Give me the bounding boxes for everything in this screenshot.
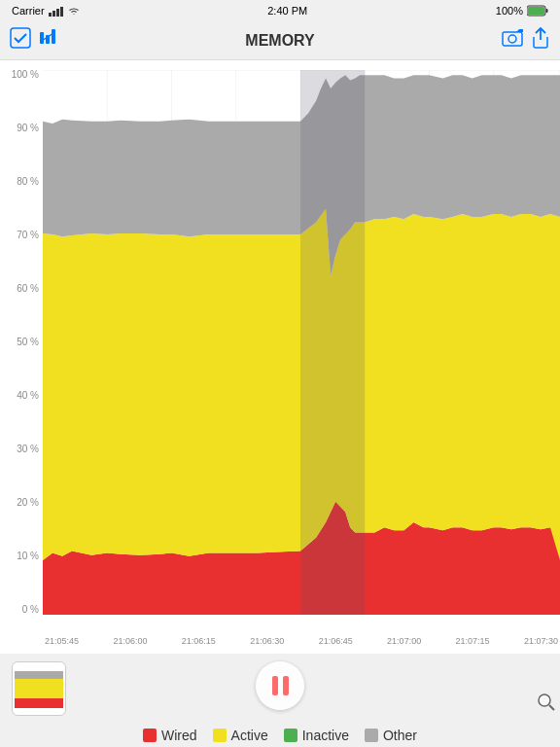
status-left: Carrier (12, 5, 80, 17)
svg-rect-39 (15, 671, 63, 679)
wired-color-dot (143, 729, 157, 742)
svg-rect-10 (52, 29, 55, 44)
x-label-4: 21:06:45 (319, 636, 353, 646)
pause-button[interactable] (256, 661, 304, 710)
svg-rect-8 (40, 32, 44, 44)
y-label-40: 40 % (17, 391, 39, 401)
x-label-2: 21:06:15 (182, 636, 216, 646)
svg-rect-1 (52, 11, 55, 17)
x-label-0: 21:05:45 (45, 636, 79, 646)
y-label-0: 0 % (22, 605, 39, 615)
y-label-90: 90 % (17, 124, 39, 133)
pause-bar-left (272, 676, 278, 695)
svg-rect-7 (11, 28, 30, 48)
y-axis: 100 % 90 % 80 % 70 % 60 % 50 % 40 % 30 %… (0, 70, 43, 615)
svg-marker-12 (516, 29, 523, 32)
inactive-label: Inactive (302, 728, 349, 743)
y-label-30: 30 % (17, 445, 39, 454)
status-time: 2:40 PM (267, 5, 307, 17)
x-label-3: 21:06:30 (250, 636, 284, 646)
status-right: 100% (496, 5, 548, 17)
y-label-20: 20 % (17, 498, 39, 508)
carrier-label: Carrier (12, 5, 45, 17)
toolbar-left (10, 27, 60, 53)
svg-rect-2 (56, 9, 59, 17)
svg-point-13 (508, 35, 516, 43)
signal-icon (49, 6, 64, 17)
x-axis: 21:05:45 21:06:00 21:06:15 21:06:30 21:0… (43, 636, 560, 646)
toolbar-right (502, 27, 550, 53)
active-color-dot (213, 729, 227, 742)
svg-rect-0 (49, 13, 52, 17)
camera-icon[interactable] (502, 27, 523, 53)
svg-rect-11 (503, 32, 522, 46)
y-label-50: 50 % (17, 338, 39, 347)
active-label: Active (231, 728, 268, 743)
legend-item-other: Other (365, 728, 417, 743)
legend-item-active: Active (213, 728, 268, 743)
x-label-5: 21:07:00 (387, 636, 421, 646)
graph-icon[interactable] (39, 27, 60, 53)
battery-label: 100% (496, 5, 523, 17)
chart-container: 100 % 90 % 80 % 70 % 60 % 50 % 40 % 30 %… (0, 60, 560, 654)
page-title: MEMORY (245, 32, 314, 50)
y-label-60: 60 % (17, 284, 39, 294)
bottom-row (0, 661, 560, 716)
svg-rect-6 (545, 9, 547, 13)
legend: Wired Active Inactive Other (143, 728, 417, 743)
legend-item-wired: Wired (143, 728, 197, 743)
svg-rect-37 (15, 698, 63, 708)
battery-icon (527, 5, 548, 17)
svg-rect-36 (300, 70, 365, 615)
chart-thumbnail[interactable] (12, 661, 66, 716)
inactive-color-dot (284, 729, 298, 742)
checkmark-icon[interactable] (10, 27, 31, 53)
y-label-10: 10 % (17, 551, 39, 561)
x-label-7: 21:07:30 (524, 636, 558, 646)
chart-svg (43, 70, 560, 615)
y-label-100: 100 % (12, 70, 39, 80)
wifi-icon (68, 5, 80, 17)
y-label-70: 70 % (17, 231, 39, 240)
other-color-dot (365, 729, 378, 742)
y-label-80: 80 % (17, 177, 39, 187)
pause-bar-right (283, 676, 289, 695)
wired-label: Wired (161, 728, 197, 743)
svg-rect-38 (15, 679, 63, 698)
svg-rect-3 (60, 7, 63, 17)
x-label-1: 21:06:00 (113, 636, 147, 646)
x-label-6: 21:07:15 (456, 636, 490, 646)
bottom-section: Wired Active Inactive Other (0, 654, 560, 747)
status-bar: Carrier 2:40 PM 100% (0, 0, 560, 21)
toolbar: MEMORY (0, 21, 560, 60)
share-icon[interactable] (531, 27, 550, 53)
other-label: Other (383, 728, 417, 743)
svg-rect-5 (528, 7, 544, 15)
legend-item-inactive: Inactive (284, 728, 349, 743)
